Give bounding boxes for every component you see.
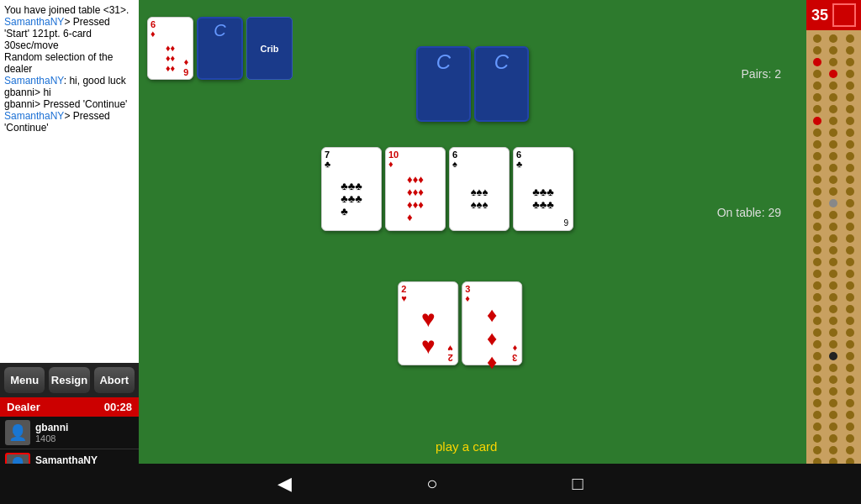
peg	[813, 223, 821, 231]
peg	[829, 46, 837, 55]
crib-label: Crib	[246, 17, 293, 80]
peg	[829, 446, 837, 454]
peg	[846, 352, 854, 360]
peg	[846, 399, 854, 407]
abort-button[interactable]: Abort	[94, 367, 135, 393]
home-button[interactable]: ○	[426, 473, 437, 495]
peg-red	[813, 58, 821, 66]
peg	[813, 387, 821, 396]
peg	[829, 211, 837, 219]
facedown-card-1: C	[416, 46, 471, 122]
peg	[846, 81, 854, 90]
peg	[813, 305, 821, 313]
peg-red	[813, 117, 821, 125]
peg	[813, 93, 821, 102]
peg	[829, 305, 837, 313]
peg	[829, 293, 837, 302]
peg	[813, 34, 821, 43]
peg	[846, 270, 854, 278]
peg	[829, 411, 837, 419]
game-area: 6♦ ♦♦♦♦♦♦ 6♦ C Crib C	[139, 0, 806, 504]
gbanni-avatar: 👤	[5, 420, 30, 445]
peg-black	[829, 352, 837, 360]
scoreboard-panel: 35	[806, 0, 861, 504]
peg	[846, 328, 854, 337]
player-hand: 2♥ ♥♥ 2♥ 3♦ ♦♦♦ 3♦	[398, 281, 522, 365]
peg	[829, 423, 837, 431]
peg	[846, 187, 854, 196]
peg	[846, 434, 854, 443]
center-facedown: C C	[416, 46, 529, 122]
peg	[846, 411, 854, 419]
peg	[813, 46, 821, 55]
peg	[846, 211, 854, 219]
peg	[813, 328, 821, 337]
peg	[829, 270, 837, 278]
top-score-value: 35	[811, 7, 828, 24]
peg	[813, 199, 821, 207]
crib-area: 6♦ ♦♦♦♦♦♦ 6♦ C Crib	[147, 17, 293, 80]
peg	[813, 129, 821, 137]
score-top: 35	[806, 0, 861, 30]
peg	[846, 199, 854, 207]
resign-button[interactable]: Resign	[49, 367, 89, 393]
peg	[813, 317, 821, 325]
left-panel: You have joined table <31>. SamanthaNY> …	[0, 0, 139, 504]
peg	[846, 234, 854, 243]
play-card-7clubs: 7♣ ♣♣♣♣♣♣♣	[321, 147, 382, 231]
peg	[829, 375, 837, 384]
recents-button[interactable]: □	[573, 473, 584, 495]
top-score-box	[832, 3, 856, 27]
peg	[846, 364, 854, 372]
peg	[813, 258, 821, 266]
peg	[813, 187, 821, 196]
peg	[813, 281, 821, 290]
dealer-timer: 00:28	[104, 401, 132, 413]
peg	[813, 270, 821, 278]
peg	[813, 411, 821, 419]
play-card-6spades: 6♠ ♠♠♠♠♠♠	[449, 147, 510, 231]
peg-red	[829, 70, 837, 78]
peg	[846, 281, 854, 290]
peg	[846, 70, 854, 78]
peg	[813, 81, 821, 90]
peg	[846, 129, 854, 137]
peg	[813, 352, 821, 360]
peg	[813, 399, 821, 407]
peg	[813, 140, 821, 149]
peg	[829, 176, 837, 184]
peg	[829, 387, 837, 396]
play-card-10diamonds: 10♦ ♦♦♦♦♦♦♦♦♦♦	[385, 147, 446, 231]
play-card-6clubs: 6♣ ♣♣♣♣♣♣ 9	[513, 147, 573, 231]
back-button[interactable]: ◀	[277, 473, 292, 495]
peg	[813, 234, 821, 243]
peg	[846, 223, 854, 231]
menu-button[interactable]: Menu	[4, 367, 45, 393]
peg	[846, 387, 854, 396]
peg-gray	[829, 199, 837, 207]
peg	[829, 140, 837, 149]
button-row: Menu Resign Abort	[0, 363, 139, 397]
chat-area: You have joined table <31>. SamanthaNY> …	[0, 0, 139, 363]
peg	[846, 93, 854, 102]
peg	[829, 187, 837, 196]
peg	[846, 140, 854, 149]
facedown-card-2: C	[474, 46, 529, 122]
peg	[813, 211, 821, 219]
peg	[829, 93, 837, 102]
gbanni-info: gbanni 1408	[35, 422, 68, 444]
hand-card-3diamonds[interactable]: 3♦ ♦♦♦ 3♦	[462, 281, 522, 365]
peg	[846, 46, 854, 55]
peg	[813, 152, 821, 160]
nav-bar: ◀ ○ □	[0, 464, 861, 504]
peg	[829, 34, 837, 43]
peg	[813, 375, 821, 384]
peg	[846, 258, 854, 266]
peg	[829, 246, 837, 255]
peg	[846, 34, 854, 43]
peg	[846, 117, 854, 125]
crib-card-diamonds[interactable]: 6♦ ♦♦♦♦♦♦ 6♦	[147, 17, 193, 80]
peg	[829, 223, 837, 231]
peg	[813, 176, 821, 184]
hand-card-2hearts[interactable]: 2♥ ♥♥ 2♥	[398, 281, 458, 365]
